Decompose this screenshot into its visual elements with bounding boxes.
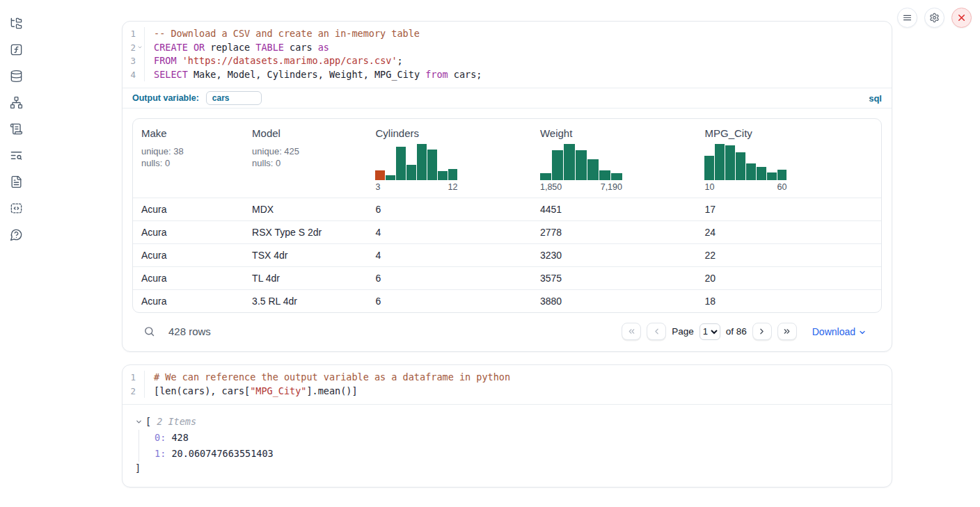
- previous-page-button[interactable]: [647, 323, 666, 340]
- column-title: Weight: [540, 127, 691, 139]
- column-header-cylinders[interactable]: Cylinders312: [367, 119, 532, 198]
- item-count: 2 Items: [157, 416, 196, 427]
- histogram-bars: [704, 144, 787, 180]
- function-square-icon: [10, 43, 24, 56]
- code-line: 1-- Download a CSV and create an in-memo…: [122, 27, 892, 41]
- sidebar-text-search-button[interactable]: [9, 147, 24, 163]
- code-text: # We can reference the output variable a…: [145, 371, 510, 385]
- line-number: 3: [122, 54, 136, 68]
- tree-entry: 0: 428: [155, 430, 879, 446]
- table-header-row: Makeunique: 38nulls: 0Modelunique: 425nu…: [133, 119, 881, 198]
- table-cell: TL 4dr: [244, 273, 367, 284]
- column-histogram: 312: [375, 144, 457, 192]
- table-cell: RSX Type S 2dr: [244, 227, 367, 238]
- sidebar-code-snippet-button[interactable]: [9, 200, 24, 216]
- tree-value: 20.060747663551403: [166, 448, 273, 459]
- code-text: -- Download a CSV and create an in-memor…: [145, 27, 420, 41]
- table-row: AcuraRSX Type S 2dr4277824: [133, 220, 881, 243]
- column-header-make[interactable]: Makeunique: 38nulls: 0: [133, 119, 244, 198]
- code-line: 2CREATE OR replace TABLE cars as: [122, 41, 892, 55]
- code-text: [len(cars), cars["MPG_City"].mean()]: [145, 385, 358, 399]
- python-cell: 1# We can reference the output variable …: [122, 364, 892, 488]
- line-number-gutter: 2: [122, 41, 145, 55]
- first-page-button[interactable]: [622, 323, 641, 340]
- table-cell: MDX: [244, 204, 367, 215]
- menu-button[interactable]: [897, 8, 917, 28]
- code-text: FROM 'https://datasets.marimo.app/cars.c…: [145, 54, 403, 68]
- help-bubble-icon: [10, 228, 24, 241]
- hamburger-menu-icon: [902, 13, 912, 23]
- sql-cell: 1-- Download a CSV and create an in-memo…: [122, 21, 892, 352]
- column-title: MPG_City: [704, 127, 876, 139]
- open-bracket: [: [145, 416, 151, 427]
- download-button[interactable]: Download: [808, 325, 871, 338]
- gear-icon: [929, 13, 940, 23]
- chevron-left-icon: [652, 327, 661, 336]
- close-bracket: ]: [135, 462, 879, 475]
- table-cell: 4451: [532, 204, 697, 215]
- search-icon: [143, 325, 157, 337]
- page-select[interactable]: 1: [700, 323, 720, 340]
- chevron-down-icon: [135, 418, 145, 426]
- column-header-weight[interactable]: Weight1,8507,190: [532, 119, 697, 198]
- column-header-model[interactable]: Modelunique: 425nulls: 0: [244, 119, 367, 198]
- tree-entry: 1: 20.060747663551403: [155, 446, 879, 462]
- histogram-bar: [540, 173, 551, 180]
- histogram-bar: [777, 170, 787, 180]
- database-icon: [10, 70, 24, 83]
- sidebar-network-button[interactable]: [9, 95, 24, 110]
- histogram-bar: [757, 167, 766, 180]
- sidebar-file-text-button[interactable]: [9, 174, 24, 189]
- next-page-button[interactable]: [752, 323, 772, 340]
- table-row: AcuraTL 4dr6357520: [133, 266, 881, 289]
- search-button[interactable]: [143, 325, 157, 339]
- text-search-icon: [10, 149, 24, 162]
- histogram-bar: [564, 144, 575, 180]
- code-line: 1# We can reference the output variable …: [122, 371, 892, 385]
- histogram-bar: [406, 165, 416, 180]
- table-cell: 6: [367, 296, 532, 307]
- shutdown-button[interactable]: [951, 8, 972, 28]
- output-variable-bar: Output variable: sql: [122, 88, 892, 108]
- file-tree-icon: [10, 17, 24, 30]
- chevron-down-icon: [858, 327, 867, 337]
- table-cell: 20: [696, 273, 881, 284]
- line-number: 1: [122, 371, 136, 385]
- line-number-gutter: 1: [122, 371, 145, 385]
- histogram-bar: [587, 159, 599, 180]
- chevrons-left-icon: [627, 327, 636, 336]
- collapse-toggle-button[interactable]: [135, 417, 145, 426]
- sidebar-database-button[interactable]: [9, 68, 24, 83]
- histogram-bar: [438, 171, 448, 180]
- tree-key: 0:: [155, 432, 166, 443]
- line-number: 1: [122, 27, 136, 41]
- language-badge: sql: [869, 93, 882, 104]
- output-variable-input[interactable]: [206, 91, 262, 105]
- histogram-axis-labels: 1060: [704, 182, 787, 192]
- fold-chevron-icon[interactable]: [136, 45, 144, 50]
- sidebar-scroll-text-button[interactable]: [9, 121, 24, 136]
- table-cell: 4: [367, 250, 532, 261]
- sidebar-file-tree-button[interactable]: [9, 15, 24, 31]
- sql-code-editor[interactable]: 1-- Download a CSV and create an in-memo…: [122, 22, 892, 88]
- column-header-mpg_city[interactable]: MPG_City1060: [696, 119, 881, 198]
- histogram-bar: [386, 175, 395, 180]
- sidebar-help-bubble-button[interactable]: [9, 227, 24, 242]
- line-number-gutter: 2: [122, 385, 145, 399]
- table-cell: 24: [696, 227, 881, 238]
- python-code-editor[interactable]: 1# We can reference the output variable …: [122, 365, 892, 404]
- table-cell: 22: [696, 250, 881, 261]
- settings-button[interactable]: [924, 8, 945, 28]
- histogram-bar: [767, 172, 777, 180]
- histogram-bar: [375, 170, 385, 180]
- histogram-bars: [375, 144, 457, 180]
- table-row: AcuraTSX 4dr4323022: [133, 243, 881, 266]
- last-page-button[interactable]: [777, 323, 797, 340]
- column-title: Cylinders: [375, 127, 526, 139]
- line-number-gutter: 1: [122, 27, 145, 41]
- page-label: Page: [672, 326, 694, 337]
- tree-output: [ 2 Items 0: 4281: 20.060747663551403 ]: [122, 404, 892, 487]
- sidebar-function-square-button[interactable]: [9, 42, 24, 57]
- tree-root: [ 2 Items: [135, 414, 879, 429]
- line-number: 2: [122, 41, 136, 55]
